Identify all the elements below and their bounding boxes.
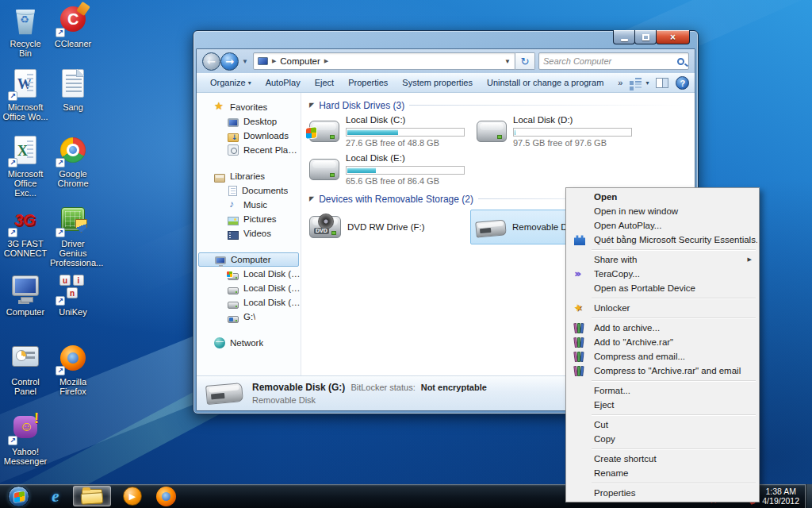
context-menu-item-format[interactable]: Format...	[568, 383, 757, 398]
context-menu-item-rename[interactable]: Rename	[568, 466, 757, 480]
desktop-icon-google-chrome[interactable]: ↗Google Chrome	[50, 135, 96, 188]
context-menu-item-create-shortcut[interactable]: Create shortcut	[568, 452, 757, 466]
sidebar-item-pictures[interactable]: Pictures	[197, 212, 301, 226]
toolbar-autoplay[interactable]: AutoPlay	[259, 73, 308, 93]
back-button[interactable]: ←	[202, 52, 220, 71]
toolbar-item[interactable]: »	[611, 73, 630, 93]
context-menu-item-properties[interactable]: Properties	[568, 486, 757, 500]
toolbar-eject[interactable]: Eject	[308, 73, 341, 93]
context-menu-item-compress-and-email[interactable]: Compress and email...	[568, 349, 757, 364]
sidebar-item-label: Local Disk (C:)	[243, 269, 301, 279]
context-menu-item-compress-to-archive-rar-and-email[interactable]: Compress to "Archive.rar" and email	[568, 364, 757, 378]
address-dropdown-icon[interactable]: ▼	[504, 58, 511, 65]
context-menu-item-unlocker[interactable]: ★Unlocker	[568, 301, 757, 315]
desktop-icon-unikey[interactable]: uin↗UniKey	[50, 273, 96, 317]
context-menu-item-copy[interactable]: Copy	[568, 432, 757, 446]
desktop-icon-control-panel[interactable]: Control Panel	[2, 343, 48, 396]
forward-button[interactable]: →	[220, 52, 239, 71]
toolbar-system-properties[interactable]: System properties	[395, 73, 480, 93]
toolbar-organize[interactable]: Organize▾	[203, 73, 259, 93]
search-icon[interactable]	[677, 58, 684, 65]
show-desktop-button[interactable]	[805, 484, 812, 508]
breadcrumb-item[interactable]: Computer	[280, 56, 320, 66]
minimize-icon	[621, 39, 628, 41]
context-menu-item-cut[interactable]: Cut	[568, 418, 757, 432]
taskbar-internet-explorer[interactable]: e	[43, 486, 68, 506]
breadcrumb[interactable]: ▶ Computer ▶ ▼	[253, 52, 515, 70]
desktop-icon-microsoft-office-exc[interactable]: ↗Microsoft Office Exc...	[2, 135, 48, 198]
desktop-icon-ccleaner[interactable]: ↗CCleaner	[50, 5, 96, 48]
taskbar-start-button[interactable]	[6, 486, 31, 506]
sidebar-item-videos[interactable]: Videos	[197, 226, 301, 241]
sidebar-item-downloads[interactable]: Downloads	[197, 129, 301, 143]
desktop-icon-3g-fast-connect[interactable]: ↗3G FAST CONNECT	[2, 205, 48, 258]
menu-item-label: Copy	[594, 434, 615, 444]
taskbar-media-player[interactable]: ▶	[119, 486, 146, 506]
context-menu-item-open-as-portable-device[interactable]: Open as Portable Device	[568, 281, 757, 295]
toolbar-properties[interactable]: Properties	[341, 73, 395, 93]
menu-item-label: Compress to "Archive.rar" and email	[594, 366, 741, 375]
computer-icon	[12, 275, 39, 296]
sidebar-item-recent-places[interactable]: Recent Places	[197, 143, 301, 157]
context-menu-item-teracopy[interactable]: »TeraCopy...	[568, 267, 757, 281]
preview-pane-button[interactable]	[656, 78, 668, 88]
recent-icon	[228, 144, 239, 156]
winrar-icon	[574, 322, 585, 333]
drive-dvd-rw-drive-f[interactable]: DVDDVD RW Drive (F:)	[309, 210, 425, 244]
desktop-icon-yahoo-messenger[interactable]: ↗Yahoo! Messenger	[2, 413, 48, 466]
drive-local-disk-c[interactable]: Local Disk (C:)27.6 GB free of 48.8 GB	[309, 115, 472, 148]
taskbar-firefox[interactable]	[152, 486, 179, 506]
star-icon	[214, 102, 225, 113]
desktop-icon-driver-genius-professiona[interactable]: ↗Driver Genius Professiona...	[50, 205, 96, 267]
sidebar-item-desktop[interactable]: Desktop	[197, 114, 301, 129]
refresh-button[interactable]: ↻	[515, 52, 535, 70]
history-dropdown-icon[interactable]: ▼	[242, 58, 248, 65]
context-menu-item-add-to-archive[interactable]: Add to archive...	[568, 321, 757, 335]
context-menu-item-share-with[interactable]: Share with▶	[568, 252, 757, 267]
drive-local-disk-d[interactable]: Local Disk (D:)97.5 GB free of 97.6 GB	[477, 115, 639, 148]
sidebar-item-local-disk-e[interactable]: Local Disk (E:)	[197, 295, 301, 310]
toolbar-uninstall-or-change-a-program[interactable]: Uninstall or change a program	[480, 73, 611, 93]
context-menu-item-qu-t-b-ng-microsoft-security-essentials[interactable]: Quét bằng Microsoft Security Essentials.…	[568, 233, 757, 247]
group-header[interactable]: ◤Hard Disk Drives (3)	[309, 98, 687, 113]
sidebar-item-g[interactable]: G:\	[197, 310, 301, 324]
toolbar-label: Uninstall or change a program	[487, 73, 603, 93]
maximize-button[interactable]	[634, 30, 657, 44]
sidebar-item-music[interactable]: Music	[197, 198, 301, 212]
desktop-icon-recycle-bin[interactable]: Recycle Bin	[2, 5, 48, 58]
help-button[interactable]: ?	[676, 76, 689, 90]
sidebar-item-computer[interactable]: Computer	[198, 252, 299, 267]
sidebar-item-local-disk-d[interactable]: Local Disk (D:)	[197, 281, 301, 295]
sidebar-item-libraries[interactable]: Libraries	[197, 169, 301, 183]
taskbar-windows-explorer[interactable]	[73, 486, 111, 506]
desktop-icon-microsoft-office-wo[interactable]: ↗Microsoft Office Wo...	[2, 68, 48, 121]
desktop-icon-computer[interactable]: Computer	[2, 273, 48, 317]
window-titlebar[interactable]: ×	[193, 31, 698, 48]
desktop-icon-art: ↗	[57, 205, 89, 237]
sidebar-item-local-disk-c[interactable]: Local Disk (C:)	[197, 267, 301, 281]
menu-separator	[592, 298, 756, 298]
sidebar-item-documents[interactable]: Documents	[197, 183, 301, 198]
context-menu-item-add-to-archive-rar[interactable]: Add to "Archive.rar"	[568, 335, 757, 349]
drive-local-disk-e[interactable]: Local Disk (E:)65.6 GB free of 86.4 GB	[309, 153, 472, 186]
breadcrumb-separator-icon[interactable]: ▶	[324, 58, 328, 64]
minimize-button[interactable]	[613, 30, 635, 44]
sidebar-item-network[interactable]: Network	[197, 336, 301, 350]
context-menu-item-open-autoplay[interactable]: Open AutoPlay...	[568, 218, 757, 233]
clock[interactable]: 1:38 AM 4/19/2012	[762, 487, 799, 506]
winrar-icon	[574, 365, 585, 376]
toolbar-items: Organize▾AutoPlayEjectPropertiesSystem p…	[203, 73, 630, 93]
desktop-icon-mozilla-firefox[interactable]: ↗Mozilla Firefox	[50, 343, 96, 396]
close-button[interactable]: ×	[656, 30, 690, 44]
network-icon	[214, 337, 225, 348]
context-menu-item-eject[interactable]: Eject	[568, 398, 757, 412]
context-menu-item-open-in-new-window[interactable]: Open in new window	[568, 204, 757, 218]
search-input[interactable]	[543, 56, 677, 66]
desktop-icon-label: Mozilla Firefox	[50, 377, 96, 396]
desktop-icon-sang[interactable]: Sang	[50, 68, 96, 112]
sidebar-item-favorites[interactable]: Favorites	[197, 100, 301, 114]
menu-separator	[592, 380, 756, 381]
context-menu-item-open[interactable]: Open	[568, 190, 757, 204]
menu-separator	[592, 414, 756, 415]
change-view-button[interactable]: ▾	[630, 78, 649, 88]
